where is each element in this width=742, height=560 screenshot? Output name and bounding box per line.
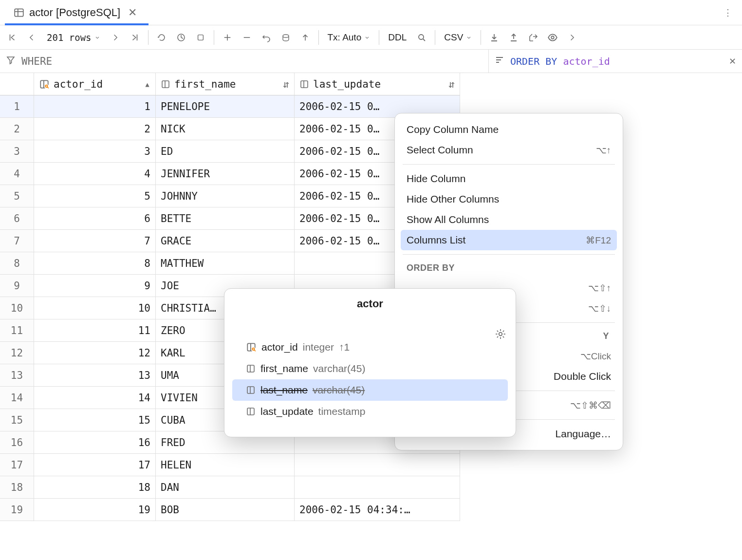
- row-number[interactable]: 15: [0, 409, 34, 431]
- cell-actor-id[interactable]: 9: [34, 275, 156, 297]
- gear-icon[interactable]: [495, 329, 506, 342]
- row-count-dropdown[interactable]: 201 rows: [42, 28, 105, 47]
- commit-button[interactable]: [277, 28, 295, 47]
- columns-popup-item[interactable]: last_name varchar(45): [232, 379, 508, 401]
- order-by-filter[interactable]: ORDER BY actor_id ✕: [489, 50, 742, 73]
- ddl-button[interactable]: DDL: [383, 28, 411, 47]
- delete-row-button[interactable]: [238, 28, 256, 47]
- search-button[interactable]: [412, 28, 431, 47]
- cell-actor-id[interactable]: 7: [34, 230, 156, 252]
- reload-button[interactable]: [152, 28, 171, 47]
- row-number[interactable]: 19: [0, 499, 34, 521]
- row-number[interactable]: 9: [0, 275, 34, 297]
- primary-key-icon: [246, 342, 257, 353]
- columns-popup-title: actor: [224, 298, 516, 317]
- row-number[interactable]: 17: [0, 454, 34, 476]
- cell-first-name[interactable]: PENELOPE: [156, 95, 295, 118]
- expand-button[interactable]: [563, 28, 581, 47]
- cell-first-name[interactable]: MATTHEW: [156, 252, 295, 275]
- row-number[interactable]: 1: [0, 95, 34, 118]
- tx-mode-dropdown[interactable]: Tx: Auto: [323, 28, 375, 47]
- cell-first-name[interactable]: ED: [156, 140, 295, 163]
- columns-popup-item[interactable]: actor_id integer ↑1: [232, 336, 508, 358]
- revert-button[interactable]: [257, 28, 276, 47]
- cell-last-update[interactable]: [295, 454, 460, 476]
- cell-first-name[interactable]: BETTE: [156, 207, 295, 230]
- row-number[interactable]: 14: [0, 387, 34, 409]
- cell-last-update[interactable]: [295, 476, 460, 499]
- columns-popup-item[interactable]: last_update timestamp: [232, 401, 508, 422]
- cell-actor-id[interactable]: 8: [34, 252, 156, 275]
- next-page-button[interactable]: [106, 28, 125, 47]
- column-header-last-update[interactable]: last_update ⇵: [295, 73, 460, 95]
- cell-first-name[interactable]: JENNIFER: [156, 163, 295, 185]
- cell-last-update[interactable]: 2006-02-15 04:34:…: [295, 499, 460, 521]
- prev-page-button[interactable]: [22, 28, 41, 47]
- cell-first-name[interactable]: JOHNNY: [156, 185, 295, 207]
- row-number-header[interactable]: [0, 73, 34, 95]
- row-number[interactable]: 10: [0, 297, 34, 319]
- cell-actor-id[interactable]: 18: [34, 476, 156, 499]
- cell-actor-id[interactable]: 14: [34, 387, 156, 409]
- cell-first-name[interactable]: BOB: [156, 499, 295, 521]
- view-button[interactable]: [543, 28, 562, 47]
- upload-button[interactable]: [504, 28, 523, 47]
- row-number[interactable]: 11: [0, 319, 34, 342]
- cell-actor-id[interactable]: 16: [34, 431, 156, 454]
- menu-columns-list[interactable]: Columns List⌘F12: [401, 230, 617, 250]
- cell-actor-id[interactable]: 19: [34, 499, 156, 521]
- cell-actor-id[interactable]: 4: [34, 163, 156, 185]
- menu-order-by-heading: ORDER BY: [395, 259, 623, 278]
- export-format-dropdown[interactable]: CSV: [439, 28, 477, 47]
- cell-actor-id[interactable]: 5: [34, 185, 156, 207]
- download-button[interactable]: [485, 28, 503, 47]
- row-number[interactable]: 13: [0, 364, 34, 387]
- cell-actor-id[interactable]: 12: [34, 342, 156, 364]
- close-icon[interactable]: ✕: [125, 6, 140, 19]
- row-number[interactable]: 4: [0, 163, 34, 185]
- row-number[interactable]: 18: [0, 476, 34, 499]
- row-number[interactable]: 12: [0, 342, 34, 364]
- row-number[interactable]: 8: [0, 252, 34, 275]
- row-number[interactable]: 7: [0, 230, 34, 252]
- cell-actor-id[interactable]: 15: [34, 409, 156, 431]
- menu-hide-column[interactable]: Hide Column: [395, 168, 623, 189]
- column-header-actor-id[interactable]: actor_id ▴: [34, 73, 156, 95]
- first-page-button[interactable]: [3, 28, 21, 47]
- stop-button[interactable]: [191, 28, 210, 47]
- import-button[interactable]: [524, 28, 542, 47]
- where-filter[interactable]: WHERE: [0, 50, 489, 73]
- svg-point-31: [552, 36, 555, 39]
- cell-first-name[interactable]: GRACE: [156, 230, 295, 252]
- menu-copy-column-name[interactable]: Copy Column Name: [395, 119, 623, 140]
- row-number[interactable]: 6: [0, 207, 34, 230]
- add-row-button[interactable]: [218, 28, 237, 47]
- cell-first-name[interactable]: NICK: [156, 118, 295, 140]
- cell-actor-id[interactable]: 2: [34, 118, 156, 140]
- row-number[interactable]: 5: [0, 185, 34, 207]
- cell-actor-id[interactable]: 3: [34, 140, 156, 163]
- cell-actor-id[interactable]: 6: [34, 207, 156, 230]
- cell-first-name[interactable]: DAN: [156, 476, 295, 499]
- cell-actor-id[interactable]: 1: [34, 95, 156, 118]
- columns-popup-item[interactable]: first_name varchar(45): [232, 358, 508, 379]
- cell-actor-id[interactable]: 13: [34, 364, 156, 387]
- column-header-first-name[interactable]: first_name ⇵: [156, 73, 295, 95]
- last-page-button[interactable]: [126, 28, 144, 47]
- row-number[interactable]: 3: [0, 140, 34, 163]
- cell-actor-id[interactable]: 11: [34, 319, 156, 342]
- close-icon[interactable]: ✕: [729, 56, 736, 67]
- menu-select-column[interactable]: Select Column⌥↑: [395, 140, 623, 160]
- sort-icon: [495, 55, 504, 67]
- row-number[interactable]: 16: [0, 431, 34, 454]
- cell-actor-id[interactable]: 10: [34, 297, 156, 319]
- menu-show-all-columns[interactable]: Show All Columns: [395, 209, 623, 230]
- tab-more-icon[interactable]: ⋮: [719, 7, 737, 18]
- menu-hide-other-columns[interactable]: Hide Other Columns: [395, 189, 623, 209]
- cell-actor-id[interactable]: 17: [34, 454, 156, 476]
- cell-first-name[interactable]: HELEN: [156, 454, 295, 476]
- submit-button[interactable]: [296, 28, 315, 47]
- tab-actor[interactable]: actor [PostgreSQL] ✕: [5, 0, 148, 25]
- row-number[interactable]: 2: [0, 118, 34, 140]
- cancel-query-button[interactable]: [172, 28, 190, 47]
